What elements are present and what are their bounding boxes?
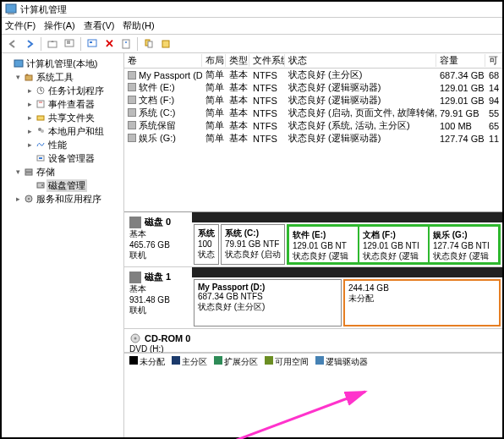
svg-rect-13 [14, 60, 23, 67]
menu-action[interactable]: 操作(A) [44, 19, 75, 32]
cdrom-icon [129, 332, 141, 344]
svg-rect-1 [8, 14, 14, 14]
disk0-part-g[interactable]: 娱乐 (G:)127.74 GB NTI状态良好 (逻辑 [429, 226, 499, 263]
console-icon[interactable] [62, 36, 77, 52]
tree-storage[interactable]: ▾存储 [3, 165, 122, 178]
disk0-part-e[interactable]: 软件 (E:)129.01 GB NT状态良好 (逻辑 [288, 226, 359, 263]
volume-list: My Passport (D:)简单基本NTFS状态良好 (主分区)687.34… [124, 69, 502, 145]
toolbar: ✕ [2, 35, 502, 53]
cdrom-block: CD-ROM 0 DVD (H:) [124, 329, 502, 353]
graphical-view: 磁盘 0 基本 465.76 GB 联机 系统100状态 系统 (C:)79.9… [124, 211, 502, 437]
svg-rect-16 [37, 101, 44, 107]
disk0-part-c[interactable]: 系统 (C:)79.91 GB NTF状态良好 (启动 [221, 224, 285, 265]
volume-row[interactable]: 文档 (F:)简单基本NTFS状态良好 (逻辑驱动器)129.01 GB94 [124, 94, 502, 107]
legend: 未分配 主分区 扩展分区 可用空间 逻辑驱动器 [124, 353, 502, 370]
refresh-icon[interactable] [85, 36, 100, 52]
disk1-unallocated[interactable]: 244.14 GB未分配 [343, 279, 501, 327]
menu-view[interactable]: 查看(V) [84, 19, 115, 32]
disk-0-block: 磁盘 0 基本 465.76 GB 联机 系统100状态 系统 (C:)79.9… [124, 212, 502, 267]
back-icon[interactable] [5, 36, 20, 52]
col-fs[interactable]: 文件系统 [249, 54, 285, 67]
svg-rect-7 [90, 41, 92, 43]
tree-shared-folders[interactable]: ▸共享文件夹 [3, 111, 122, 124]
volume-row[interactable]: 系统保留简单基本NTFS状态良好 (系统, 活动, 主分区)100 MB65 [124, 119, 502, 132]
disk-1-legend[interactable]: 磁盘 1 基本 931.48 GB 联机 [124, 267, 192, 328]
tree-root[interactable]: 计算机管理(本地) [3, 57, 122, 70]
col-status[interactable]: 状态 [285, 54, 436, 67]
menu-help[interactable]: 帮助(H) [123, 19, 154, 32]
content-pane: 卷 布局 类型 文件系统 状态 容量 可 My Passport (D:)简单基… [124, 53, 502, 437]
window-title: 计算机管理 [20, 3, 67, 16]
volume-row[interactable]: My Passport (D:)简单基本NTFS状态良好 (主分区)687.34… [124, 69, 502, 81]
help-icon[interactable] [141, 36, 156, 52]
disk-icon [129, 217, 141, 228]
tree-device-manager[interactable]: 设备管理器 [3, 151, 122, 165]
titlebar: 计算机管理 [2, 2, 502, 18]
properties-icon[interactable] [118, 36, 134, 52]
col-layout[interactable]: 布局 [202, 54, 226, 67]
svg-rect-12 [162, 41, 169, 47]
svg-rect-11 [148, 41, 152, 47]
svg-point-26 [41, 184, 43, 186]
volume-row[interactable]: 娱乐 (G:)简单基本NTFS状态良好 (逻辑驱动器)127.74 GB11 [124, 132, 502, 145]
col-capacity[interactable]: 容量 [436, 54, 485, 67]
up-icon[interactable] [45, 36, 60, 52]
svg-rect-18 [37, 116, 44, 120]
svg-rect-22 [39, 157, 42, 159]
extra-icon[interactable] [158, 36, 173, 52]
tree-disk-management[interactable]: 磁盘管理 [3, 178, 122, 192]
disk0-part-f[interactable]: 文档 (F:)129.01 GB NTI状态良好 (逻辑 [359, 226, 429, 263]
svg-rect-2 [48, 41, 57, 47]
svg-point-28 [28, 198, 30, 200]
menu-file[interactable]: 文件(F) [5, 19, 36, 32]
svg-rect-23 [25, 169, 32, 172]
tree-event-viewer[interactable]: ▸事件查看器 [3, 97, 122, 111]
svg-point-20 [41, 129, 44, 133]
tree-pane: 计算机管理(本地) ▾系统工具 ▸任务计划程序 ▸事件查看器 ▸共享文件夹 ▸本… [2, 53, 124, 437]
col-type[interactable]: 类型 [226, 54, 249, 67]
disk1-part-d[interactable]: My Passport (D:)687.34 GB NTFS状态良好 (主分区) [194, 279, 342, 327]
svg-point-9 [125, 41, 127, 43]
col-volume[interactable]: 卷 [124, 54, 202, 67]
tree-performance[interactable]: ▸性能 [3, 138, 122, 151]
svg-rect-14 [25, 75, 32, 80]
tree-system-tools[interactable]: ▾系统工具 [3, 70, 122, 84]
disk-1-block: 磁盘 1 基本 931.48 GB 联机 My Passport (D:)687… [124, 267, 502, 329]
menubar: 文件(F) 操作(A) 查看(V) 帮助(H) [2, 18, 502, 35]
svg-rect-24 [25, 173, 32, 175]
tree-local-users[interactable]: ▸本地用户和组 [3, 124, 122, 138]
volume-row[interactable]: 系统 (C:)简单基本NTFS状态良好 (启动, 页面文件, 故障转储, 主分区… [124, 107, 502, 119]
svg-rect-0 [6, 4, 16, 13]
disk0-part-reserved[interactable]: 系统100状态 [194, 224, 219, 265]
disk-0-legend[interactable]: 磁盘 0 基本 465.76 GB 联机 [124, 212, 192, 266]
svg-point-30 [134, 337, 137, 340]
forward-icon[interactable] [22, 36, 37, 52]
volume-header: 卷 布局 类型 文件系统 状态 容量 可 [124, 53, 502, 69]
col-free[interactable]: 可 [485, 54, 502, 67]
volume-row[interactable]: 软件 (E:)简单基本NTFS状态良好 (逻辑驱动器)129.01 GB14 [124, 81, 502, 94]
cdrom-legend[interactable]: CD-ROM 0 DVD (H:) [124, 329, 502, 352]
disk-icon [129, 272, 141, 283]
delete-icon[interactable]: ✕ [101, 36, 117, 52]
tree-task-scheduler[interactable]: ▸任务计划程序 [3, 84, 122, 97]
tree-services-apps[interactable]: ▸服务和应用程序 [3, 192, 122, 206]
svg-rect-8 [123, 40, 129, 48]
app-icon [5, 3, 17, 15]
